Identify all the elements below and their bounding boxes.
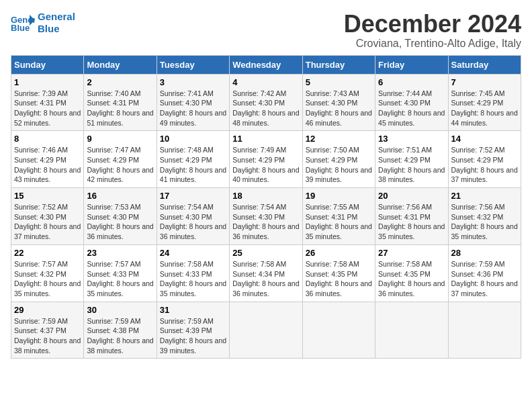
calendar-row: 8 Sunrise: 7:46 AM Sunset: 4:29 PM Dayli… — [11, 131, 521, 188]
calendar-cell: 25 Sunrise: 7:58 AM Sunset: 4:34 PM Dayl… — [230, 244, 302, 302]
day-number: 1 — [14, 77, 81, 87]
calendar-cell: 23 Sunrise: 7:57 AM Sunset: 4:33 PM Dayl… — [84, 244, 157, 302]
day-info: Sunrise: 7:43 AM Sunset: 4:30 PM Dayligh… — [306, 89, 372, 128]
day-info: Sunrise: 7:56 AM Sunset: 4:32 PM Dayligh… — [451, 202, 518, 242]
calendar-cell — [375, 302, 448, 359]
day-number: 16 — [87, 191, 153, 201]
day-number: 22 — [14, 248, 81, 258]
calendar-cell: 17 Sunrise: 7:54 AM Sunset: 4:30 PM Dayl… — [157, 188, 229, 245]
day-number: 12 — [306, 134, 372, 144]
day-number: 24 — [160, 248, 226, 258]
calendar-cell: 2 Sunrise: 7:40 AM Sunset: 4:31 PM Dayli… — [84, 74, 157, 131]
calendar-cell: 30 Sunrise: 7:59 AM Sunset: 4:38 PM Dayl… — [84, 302, 157, 359]
svg-text:Blue: Blue — [11, 23, 30, 32]
day-number: 26 — [306, 248, 372, 258]
day-info: Sunrise: 7:53 AM Sunset: 4:30 PM Dayligh… — [87, 202, 153, 242]
calendar-cell: 20 Sunrise: 7:56 AM Sunset: 4:31 PM Dayl… — [375, 188, 448, 245]
calendar-cell: 22 Sunrise: 7:57 AM Sunset: 4:32 PM Dayl… — [11, 244, 84, 302]
day-number: 21 — [451, 191, 518, 201]
day-info: Sunrise: 7:48 AM Sunset: 4:29 PM Dayligh… — [160, 145, 226, 185]
day-info: Sunrise: 7:55 AM Sunset: 4:31 PM Dayligh… — [306, 202, 372, 242]
day-number: 19 — [306, 191, 372, 201]
day-number: 27 — [378, 248, 445, 258]
day-number: 6 — [378, 77, 445, 87]
calendar-cell: 11 Sunrise: 7:49 AM Sunset: 4:29 PM Dayl… — [230, 131, 302, 188]
calendar-header-cell: Thursday — [302, 55, 375, 74]
calendar-header-row: SundayMondayTuesdayWednesdayThursdayFrid… — [11, 55, 521, 74]
calendar-cell: 29 Sunrise: 7:59 AM Sunset: 4:37 PM Dayl… — [11, 302, 84, 359]
day-number: 2 — [87, 77, 153, 87]
day-info: Sunrise: 7:51 AM Sunset: 4:29 PM Dayligh… — [378, 145, 445, 185]
calendar-cell: 5 Sunrise: 7:43 AM Sunset: 4:30 PM Dayli… — [302, 74, 375, 131]
logo-line1: General — [38, 11, 75, 23]
logo: General Blue General Blue — [11, 11, 75, 35]
title-area: December 2024 Croviana, Trentino-Alto Ad… — [344, 11, 521, 50]
day-number: 11 — [232, 134, 299, 144]
calendar-cell — [302, 302, 375, 359]
day-info: Sunrise: 7:58 AM Sunset: 4:35 PM Dayligh… — [306, 259, 372, 299]
calendar-cell: 15 Sunrise: 7:52 AM Sunset: 4:30 PM Dayl… — [11, 188, 84, 245]
calendar-header-cell: Sunday — [11, 55, 84, 74]
calendar-cell: 6 Sunrise: 7:44 AM Sunset: 4:30 PM Dayli… — [375, 74, 448, 131]
calendar-cell: 12 Sunrise: 7:50 AM Sunset: 4:29 PM Dayl… — [302, 131, 375, 188]
header: General Blue General Blue December 2024 … — [11, 11, 521, 50]
day-info: Sunrise: 7:42 AM Sunset: 4:30 PM Dayligh… — [232, 89, 299, 128]
calendar-cell: 26 Sunrise: 7:58 AM Sunset: 4:35 PM Dayl… — [302, 244, 375, 302]
day-number: 17 — [160, 191, 226, 201]
calendar-cell: 4 Sunrise: 7:42 AM Sunset: 4:30 PM Dayli… — [230, 74, 302, 131]
day-info: Sunrise: 7:54 AM Sunset: 4:30 PM Dayligh… — [232, 202, 299, 242]
day-number: 15 — [14, 191, 81, 201]
calendar-table: SundayMondayTuesdayWednesdayThursdayFrid… — [11, 55, 521, 359]
calendar-header-cell: Wednesday — [230, 55, 302, 74]
calendar-cell: 19 Sunrise: 7:55 AM Sunset: 4:31 PM Dayl… — [302, 188, 375, 245]
day-info: Sunrise: 7:59 AM Sunset: 4:37 PM Dayligh… — [14, 316, 81, 356]
logo-line2: Blue — [38, 23, 75, 35]
day-number: 18 — [232, 191, 299, 201]
day-info: Sunrise: 7:56 AM Sunset: 4:31 PM Dayligh… — [378, 202, 445, 242]
day-number: 29 — [14, 305, 81, 315]
day-info: Sunrise: 7:57 AM Sunset: 4:32 PM Dayligh… — [14, 259, 81, 299]
day-number: 28 — [451, 248, 518, 258]
day-info: Sunrise: 7:58 AM Sunset: 4:34 PM Dayligh… — [232, 259, 299, 299]
day-number: 5 — [306, 77, 372, 87]
calendar-header-cell: Tuesday — [157, 55, 229, 74]
calendar-cell: 3 Sunrise: 7:41 AM Sunset: 4:30 PM Dayli… — [157, 74, 229, 131]
day-info: Sunrise: 7:58 AM Sunset: 4:33 PM Dayligh… — [160, 259, 226, 299]
day-info: Sunrise: 7:59 AM Sunset: 4:39 PM Dayligh… — [160, 316, 226, 356]
calendar-cell: 27 Sunrise: 7:58 AM Sunset: 4:35 PM Dayl… — [375, 244, 448, 302]
day-number: 13 — [378, 134, 445, 144]
day-number: 31 — [160, 305, 226, 315]
calendar-cell: 13 Sunrise: 7:51 AM Sunset: 4:29 PM Dayl… — [375, 131, 448, 188]
day-number: 9 — [87, 134, 153, 144]
day-number: 30 — [87, 305, 153, 315]
day-number: 14 — [451, 134, 518, 144]
calendar-cell: 7 Sunrise: 7:45 AM Sunset: 4:29 PM Dayli… — [448, 74, 521, 131]
day-info: Sunrise: 7:50 AM Sunset: 4:29 PM Dayligh… — [306, 145, 372, 185]
calendar-cell: 24 Sunrise: 7:58 AM Sunset: 4:33 PM Dayl… — [157, 244, 229, 302]
calendar-cell — [448, 302, 521, 359]
calendar-cell: 18 Sunrise: 7:54 AM Sunset: 4:30 PM Dayl… — [230, 188, 302, 245]
calendar-row: 29 Sunrise: 7:59 AM Sunset: 4:37 PM Dayl… — [11, 302, 521, 359]
month-title: December 2024 — [344, 11, 521, 38]
day-info: Sunrise: 7:46 AM Sunset: 4:29 PM Dayligh… — [14, 145, 81, 185]
calendar-cell: 14 Sunrise: 7:52 AM Sunset: 4:29 PM Dayl… — [448, 131, 521, 188]
day-info: Sunrise: 7:47 AM Sunset: 4:29 PM Dayligh… — [87, 145, 153, 185]
calendar-header-cell: Friday — [375, 55, 448, 74]
day-number: 7 — [451, 77, 518, 87]
day-info: Sunrise: 7:39 AM Sunset: 4:31 PM Dayligh… — [14, 89, 81, 128]
day-info: Sunrise: 7:49 AM Sunset: 4:29 PM Dayligh… — [232, 145, 299, 185]
calendar-row: 22 Sunrise: 7:57 AM Sunset: 4:32 PM Dayl… — [11, 244, 521, 302]
calendar-cell: 8 Sunrise: 7:46 AM Sunset: 4:29 PM Dayli… — [11, 131, 84, 188]
location-title: Croviana, Trentino-Alto Adige, Italy — [344, 38, 521, 50]
calendar-header-cell: Saturday — [448, 55, 521, 74]
day-number: 3 — [160, 77, 226, 87]
day-number: 8 — [14, 134, 81, 144]
day-info: Sunrise: 7:54 AM Sunset: 4:30 PM Dayligh… — [160, 202, 226, 242]
day-info: Sunrise: 7:45 AM Sunset: 4:29 PM Dayligh… — [451, 89, 518, 128]
calendar-header-cell: Monday — [84, 55, 157, 74]
logo-icon: General Blue — [11, 13, 35, 32]
day-info: Sunrise: 7:52 AM Sunset: 4:30 PM Dayligh… — [14, 202, 81, 242]
day-number: 10 — [160, 134, 226, 144]
day-number: 23 — [87, 248, 153, 258]
calendar-cell: 16 Sunrise: 7:53 AM Sunset: 4:30 PM Dayl… — [84, 188, 157, 245]
